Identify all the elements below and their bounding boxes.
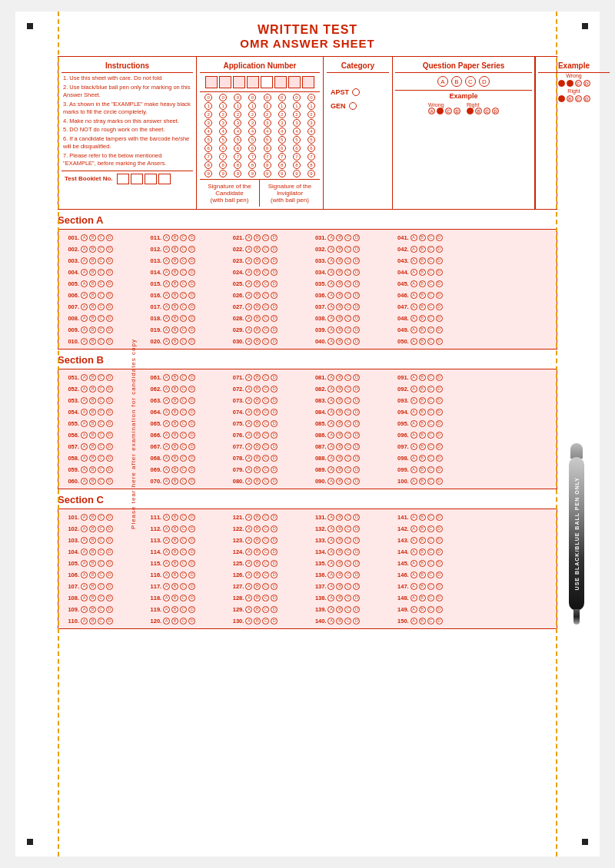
- bubble-40-C[interactable]: C: [344, 338, 351, 345]
- bubble-68-C[interactable]: C: [180, 455, 187, 462]
- bubble-33-A[interactable]: A: [327, 257, 334, 264]
- bubble-111-D[interactable]: D: [188, 514, 195, 521]
- bubble-92-D[interactable]: D: [436, 386, 443, 393]
- bubble-70-D[interactable]: D: [188, 478, 195, 485]
- bubble-87-A[interactable]: A: [327, 443, 334, 450]
- bubble-73-D[interactable]: D: [271, 397, 278, 404]
- bubble-148-D[interactable]: D: [436, 595, 443, 601]
- bubble-94-B[interactable]: B: [419, 409, 426, 416]
- bubble-123-D[interactable]: D: [271, 537, 278, 544]
- bubble-22-B[interactable]: B: [254, 246, 261, 253]
- bubble-51-A[interactable]: A: [81, 374, 88, 381]
- bubble-136-D[interactable]: D: [353, 571, 360, 578]
- qps-c[interactable]: C: [465, 76, 476, 87]
- bubble-16-D[interactable]: D: [188, 292, 195, 299]
- bubble-109-D[interactable]: D: [106, 606, 113, 613]
- bubble-79-D[interactable]: D: [271, 466, 278, 473]
- bubble-12-C[interactable]: C: [180, 246, 187, 253]
- bubble-28-B[interactable]: B: [254, 315, 261, 322]
- bubble-78-B[interactable]: B: [254, 455, 261, 462]
- bubble-118-A[interactable]: A: [163, 595, 170, 601]
- bubble-57-C[interactable]: C: [98, 443, 105, 450]
- bubble-46-B[interactable]: B: [419, 292, 426, 299]
- bubble-82-A[interactable]: A: [327, 386, 334, 393]
- bubble-128-A[interactable]: A: [245, 595, 252, 601]
- bubble-81-A[interactable]: A: [327, 374, 334, 381]
- bubble-86-D[interactable]: D: [353, 432, 360, 439]
- bubble-114-B[interactable]: B: [171, 548, 178, 555]
- bubble-11-D[interactable]: D: [188, 234, 195, 241]
- bubble-150-A[interactable]: A: [411, 618, 417, 624]
- bubble-149-D[interactable]: D: [436, 606, 443, 613]
- bubble-98-C[interactable]: C: [427, 455, 434, 462]
- bubble-115-A[interactable]: A: [163, 560, 170, 567]
- bubble-83-B[interactable]: B: [336, 397, 343, 404]
- bubble-113-A[interactable]: A: [163, 537, 170, 544]
- bubble-63-B[interactable]: B: [171, 397, 178, 404]
- bubble-127-B[interactable]: B: [254, 583, 261, 590]
- bubble-77-D[interactable]: D: [271, 443, 278, 450]
- bubble-100-C[interactable]: C: [427, 478, 434, 485]
- bubble-127-C[interactable]: C: [262, 583, 269, 590]
- bubble-137-D[interactable]: D: [353, 583, 360, 590]
- bubble-80-A[interactable]: A: [245, 478, 252, 485]
- bubble-54-D[interactable]: D: [106, 409, 113, 416]
- bubble-128-C[interactable]: C: [262, 595, 269, 601]
- bubble-111-C[interactable]: C: [180, 514, 187, 521]
- bubble-8-B[interactable]: B: [89, 315, 96, 322]
- bubble-39-A[interactable]: A: [327, 326, 334, 333]
- bubble-65-A[interactable]: A: [163, 420, 170, 427]
- bubble-141-A[interactable]: A: [411, 514, 417, 521]
- bubble-32-C[interactable]: C: [344, 246, 351, 253]
- bubble-53-A[interactable]: A: [81, 397, 88, 404]
- bubble-16-A[interactable]: A: [163, 292, 170, 299]
- bubble-139-B[interactable]: B: [336, 606, 343, 613]
- bubble-88-B[interactable]: B: [336, 455, 343, 462]
- bubble-1-A[interactable]: A: [81, 234, 88, 241]
- bubble-77-C[interactable]: C: [262, 443, 269, 450]
- bubble-29-B[interactable]: B: [254, 326, 261, 333]
- bubble-7-B[interactable]: B: [89, 303, 96, 310]
- bubble-65-B[interactable]: B: [171, 420, 178, 427]
- bubble-109-B[interactable]: B: [89, 606, 96, 613]
- bubble-62-C[interactable]: C: [180, 386, 187, 393]
- bubble-150-D[interactable]: D: [436, 618, 443, 624]
- tbn-box-3[interactable]: [145, 174, 157, 184]
- bubble-27-D[interactable]: D: [271, 303, 278, 310]
- bubble-132-C[interactable]: C: [344, 525, 351, 532]
- bubble-24-C[interactable]: C: [262, 269, 269, 276]
- bubble-18-C[interactable]: C: [180, 315, 187, 322]
- bubble-25-A[interactable]: A: [245, 280, 252, 287]
- bubble-27-A[interactable]: A: [245, 303, 252, 310]
- bubble-91-B[interactable]: B: [419, 374, 426, 381]
- bubble-82-B[interactable]: B: [336, 386, 343, 393]
- bubble-78-C[interactable]: C: [262, 455, 269, 462]
- bubble-79-A[interactable]: A: [245, 466, 252, 473]
- bubble-134-B[interactable]: B: [336, 548, 343, 555]
- bubble-139-D[interactable]: D: [353, 606, 360, 613]
- bubble-17-D[interactable]: D: [188, 303, 195, 310]
- bubble-149-B[interactable]: B: [419, 606, 426, 613]
- bubble-43-C[interactable]: C: [427, 257, 434, 264]
- bubble-11-B[interactable]: B: [171, 234, 178, 241]
- bubble-71-B[interactable]: B: [254, 374, 261, 381]
- bubble-129-D[interactable]: D: [271, 606, 278, 613]
- bubble-137-A[interactable]: A: [327, 583, 334, 590]
- bubble-144-D[interactable]: D: [436, 548, 443, 555]
- bubble-125-A[interactable]: A: [245, 560, 252, 567]
- bubble-105-D[interactable]: D: [106, 560, 113, 567]
- bubble-4-A[interactable]: A: [81, 269, 88, 276]
- bubble-126-C[interactable]: C: [262, 571, 269, 578]
- bubble-141-B[interactable]: B: [419, 514, 426, 521]
- bubble-29-A[interactable]: A: [245, 326, 252, 333]
- bubble-108-C[interactable]: C: [98, 595, 105, 601]
- bubble-98-B[interactable]: B: [419, 455, 426, 462]
- bubble-79-B[interactable]: B: [254, 466, 261, 473]
- bubble-107-D[interactable]: D: [106, 583, 113, 590]
- bubble-38-B[interactable]: B: [336, 315, 343, 322]
- bubble-56-C[interactable]: C: [98, 432, 105, 439]
- bubble-135-A[interactable]: A: [327, 560, 334, 567]
- bubble-95-B[interactable]: B: [419, 420, 426, 427]
- bubble-58-B[interactable]: B: [89, 455, 96, 462]
- bubble-92-C[interactable]: C: [427, 386, 434, 393]
